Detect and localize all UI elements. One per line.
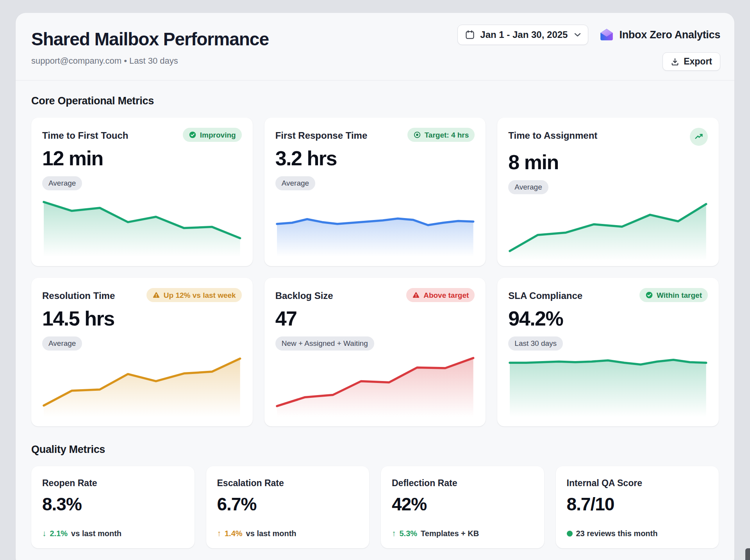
header: Shared Mailbox Performance support@compa…: [16, 13, 734, 81]
metric-card: Time to First Touch Improving 12 min Ave…: [31, 118, 253, 266]
export-button[interactable]: Export: [662, 52, 720, 71]
brand-name: Inbox Zero Analytics: [619, 29, 720, 41]
metric-title: Deflection Rate: [392, 476, 533, 488]
core-metrics-grid: Time to First Touch Improving 12 min Ave…: [31, 118, 719, 426]
calendar-icon: [465, 30, 475, 40]
metric-value: 42%: [392, 494, 533, 515]
quality-card: Deflection Rate 42% ↑ 5.3% Templates + K…: [381, 466, 544, 548]
metric-delta: ↓ 2.1% vs last month: [42, 529, 184, 538]
metric-tag: Average: [275, 176, 315, 190]
sparkline-chart: [508, 194, 708, 261]
status-badge: Improving: [183, 128, 242, 142]
metric-card: Backlog Size Above target 47 New + Assig…: [264, 278, 486, 426]
target-icon: [413, 131, 421, 139]
scrollbar-thumb[interactable]: [745, 548, 750, 560]
status-dot-icon: [567, 531, 573, 537]
status-badge: Up 12% vs last week: [146, 288, 242, 302]
quality-card: Reopen Rate 8.3% ↓ 2.1% vs last month: [31, 466, 195, 548]
quality-metrics-grid: Reopen Rate 8.3% ↓ 2.1% vs last month Es…: [31, 466, 719, 548]
metric-tag: Average: [508, 180, 548, 194]
delta-note: 23 reviews this month: [576, 529, 658, 538]
metric-delta: ↑ 1.4% vs last month: [217, 529, 359, 538]
check-circle-icon: [645, 291, 653, 299]
metric-title: Time to First Touch: [42, 128, 128, 141]
status-badge: [690, 128, 708, 146]
metric-value: 8.7/10: [567, 494, 708, 515]
delta-note: vs last month: [246, 529, 296, 538]
metric-card: Time to Assignment 8 min Average: [497, 118, 719, 266]
status-badge: Target: 4 hrs: [407, 128, 475, 142]
sparkline: [508, 194, 708, 261]
dashboard-panel: Shared Mailbox Performance support@compa…: [16, 13, 734, 560]
metric-card: First Response Time Target: 4 hrs 3.2 hr…: [264, 118, 486, 266]
metric-title: Escalation Rate: [217, 476, 359, 488]
metric-value: 3.2 hrs: [275, 147, 475, 170]
quality-card: Internal QA Score 8.7/10 23 reviews this…: [556, 466, 719, 548]
metric-title: Internal QA Score: [567, 476, 708, 488]
metric-title: SLA Compliance: [508, 288, 582, 301]
sparkline-chart: [275, 190, 475, 257]
download-icon: [671, 57, 679, 66]
delta-value: 1.4%: [225, 529, 243, 538]
metric-title: Backlog Size: [275, 288, 333, 301]
sparkline-chart: [275, 351, 475, 417]
metric-tag: Last 30 days: [508, 336, 563, 351]
metric-value: 94.2%: [508, 307, 708, 330]
sparkline: [42, 351, 242, 417]
status-badge: Above target: [406, 288, 475, 302]
metric-value: 14.5 hrs: [42, 307, 242, 330]
metric-value: 47: [275, 307, 475, 330]
metric-delta: 23 reviews this month: [567, 529, 708, 538]
sparkline: [508, 351, 708, 417]
quality-card: Escalation Rate 6.7% ↑ 1.4% vs last mont…: [206, 466, 370, 548]
sparkline-chart: [42, 351, 242, 417]
delta-value: 2.1%: [50, 529, 68, 538]
metric-tag: Average: [42, 176, 82, 190]
chevron-down-icon: [574, 32, 581, 37]
metric-value: 8 min: [508, 150, 708, 174]
metric-title: First Response Time: [275, 128, 368, 141]
check-circle-icon: [189, 131, 196, 139]
metric-value: 6.7%: [217, 494, 359, 515]
metric-value: 8.3%: [42, 494, 184, 515]
date-range-picker[interactable]: Jan 1 - Jan 30, 2025: [457, 25, 588, 45]
delta-note: vs last month: [71, 529, 121, 538]
arrow-down-icon: ↓: [42, 529, 46, 538]
metric-title: Time to Assignment: [508, 128, 597, 141]
inbox-zero-logo-icon: [599, 27, 614, 42]
brand: Inbox Zero Analytics: [599, 27, 720, 42]
metric-delta: ↑ 5.3% Templates + KB: [392, 529, 533, 538]
main-content: Core Operational Metrics Time to First T…: [16, 95, 734, 548]
section-title-quality: Quality Metrics: [31, 444, 719, 456]
metric-tag: Average: [42, 336, 82, 351]
sparkline-chart: [508, 351, 708, 417]
warning-icon: [412, 291, 420, 299]
metric-card: Resolution Time Up 12% vs last week 14.5…: [31, 278, 253, 426]
sparkline: [275, 190, 475, 257]
header-actions: Jan 1 - Jan 30, 2025: [457, 25, 720, 71]
delta-value: 5.3%: [400, 529, 418, 538]
arrow-up-icon: ↑: [217, 529, 221, 538]
metric-title: Reopen Rate: [42, 476, 184, 488]
export-label: Export: [684, 56, 712, 67]
metric-tag: New + Assigned + Waiting: [275, 336, 374, 351]
sparkline: [42, 190, 242, 257]
date-range-label: Jan 1 - Jan 30, 2025: [480, 29, 568, 40]
section-title-core: Core Operational Metrics: [31, 95, 719, 107]
metric-value: 12 min: [42, 147, 242, 170]
delta-note: Templates + KB: [421, 529, 479, 538]
warning-icon: [152, 291, 160, 299]
trend-up-icon: [694, 132, 704, 142]
metric-title: Resolution Time: [42, 288, 115, 301]
arrow-up-icon: ↑: [392, 529, 396, 538]
sparkline: [275, 351, 475, 417]
sparkline-chart: [42, 190, 242, 257]
status-badge: Within target: [639, 288, 708, 302]
metric-card: SLA Compliance Within target 94.2% Last …: [497, 278, 719, 426]
